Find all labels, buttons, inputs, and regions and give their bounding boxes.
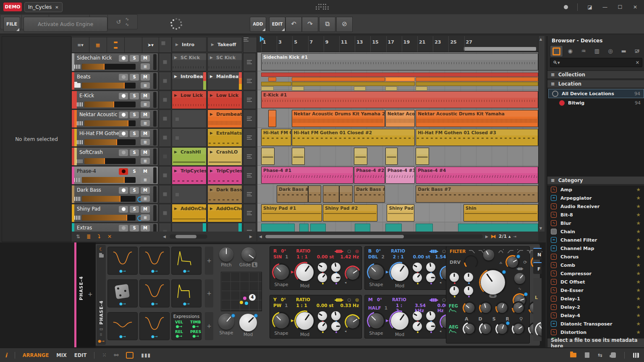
solo-button[interactable]: S <box>130 225 139 232</box>
op-mode-value[interactable]: DBL <box>368 254 378 259</box>
track-menu-button[interactable]: ≡ <box>141 158 150 164</box>
glide-knob[interactable] <box>241 247 256 262</box>
group-lane-segment[interactable] <box>416 86 427 91</box>
track-name[interactable]: E-Kick <box>79 93 94 99</box>
mute-button[interactable]: M <box>141 206 150 213</box>
arranger-clip[interactable]: Hi-Hat FM Gothe <box>261 129 291 146</box>
op-shape-knob[interactable] <box>274 265 289 280</box>
loop-icon[interactable]: ↺ <box>116 18 121 25</box>
arranger-vscrollbar[interactable]: ▲ ▼ <box>538 36 545 232</box>
keytrack-icon[interactable]: ◂▮▮▮▸ <box>429 297 438 302</box>
op-mod-knob[interactable] <box>296 263 314 281</box>
group-lane-segment[interactable] <box>385 224 402 232</box>
op-matrix-knob[interactable] <box>426 322 435 331</box>
filter-cutoff-knob[interactable] <box>481 270 505 294</box>
clip-slot[interactable]: ▶AddOnChord <box>172 204 207 222</box>
op-mode-value[interactable]: SIN <box>273 254 282 259</box>
scroll-down-icon[interactable]: ▼ <box>539 227 542 230</box>
stereo-icon[interactable]: ◎ <box>355 297 359 302</box>
category-item-distortion[interactable]: ∿Distortion★ <box>547 328 644 336</box>
group-lane-segment[interactable] <box>385 77 415 81</box>
automation-follow-icon[interactable]: ∿∿ <box>125 16 129 27</box>
op-ratio-value[interactable]: 1 : 1 <box>297 254 308 259</box>
track-name[interactable]: Phase-4 <box>77 168 96 174</box>
mod-route-dot[interactable] <box>524 292 528 296</box>
op-hz-value[interactable]: 0.33 Hz <box>340 303 359 308</box>
modulator-cell-env-a[interactable]: ●→ <box>171 247 202 275</box>
aeg-knob-1[interactable] <box>481 324 491 334</box>
group-lane-segment[interactable] <box>458 224 538 232</box>
mod-route-dot[interactable] <box>231 314 235 318</box>
scene-options-button[interactable] <box>243 37 257 53</box>
arranger-clip[interactable] <box>385 148 398 165</box>
op-matrix-knob[interactable] <box>318 263 327 272</box>
close-button[interactable]: ✕ <box>632 4 638 10</box>
track-header[interactable]: Nektar Acoustic ...SM≡ <box>71 109 158 128</box>
op-matrix-knob[interactable] <box>426 273 435 282</box>
favorite-star-icon[interactable]: ★ <box>636 245 641 251</box>
track-menu-button[interactable]: ≡ <box>141 82 150 89</box>
solo-button[interactable]: S <box>130 149 139 156</box>
filter-keytrack-knob[interactable] <box>514 273 525 284</box>
scene-header-takeoff[interactable]: ▶ Takeoff <box>207 37 242 52</box>
arranger-clip[interactable]: Phase-4 #3 <box>385 167 415 184</box>
scene-play-icon[interactable]: ▶ <box>175 42 178 47</box>
favorite-star-icon[interactable]: ★ <box>636 229 641 234</box>
filter-env-amount-knob[interactable] <box>507 257 518 268</box>
op-matrix-knob[interactable] <box>318 311 327 320</box>
browser-tab-files[interactable]: 🖳︎ <box>631 45 643 56</box>
filter-matrix-knob[interactable] <box>464 286 473 295</box>
op-num-value[interactable]: 1 <box>285 254 288 259</box>
track-header[interactable]: SoftCrashSM≡ <box>71 147 158 166</box>
arranger-view-button[interactable]: ▬▬ <box>107 37 125 53</box>
op-semitone-value[interactable]: 0.00 st <box>413 254 430 259</box>
group-lane-segment[interactable] <box>261 86 274 91</box>
category-item-delay-2[interactable]: ∿Delay-2★ <box>547 303 644 311</box>
track-header[interactable]: BeatsSM≡ <box>71 72 158 90</box>
op-shape-knob[interactable] <box>274 313 289 328</box>
solo-button[interactable]: S <box>130 130 139 137</box>
mute-button[interactable]: M <box>141 149 150 156</box>
record-arm-button[interactable] <box>119 187 128 194</box>
track-menu-button[interactable]: ≡ <box>141 195 150 202</box>
filter-type-icon-6[interactable] <box>526 249 533 254</box>
project-tab[interactable]: In_Cycles ✕ <box>24 2 63 12</box>
mute-button[interactable]: M <box>141 93 150 99</box>
arranger-clip[interactable]: Phase-4 #4 <box>416 167 538 184</box>
arranger-clip[interactable] <box>261 148 275 165</box>
arranger-clip[interactable]: Dark Bass #1 <box>277 185 308 203</box>
record-arm-button[interactable] <box>119 74 128 81</box>
undo-button[interactable]: ↶ <box>285 17 302 32</box>
track-name[interactable]: Beats <box>77 74 91 80</box>
mono-icon[interactable]: ○ <box>348 249 351 253</box>
favorite-star-icon[interactable]: ★ <box>636 220 641 226</box>
category-item-chain[interactable]: Chain★ <box>547 227 644 236</box>
op-matrix-knob[interactable] <box>413 263 422 272</box>
track-header[interactable]: Phase-4SM≡ <box>71 166 158 185</box>
volume-fader[interactable] <box>82 196 136 202</box>
scene-alt-cell[interactable] <box>243 72 256 90</box>
favorite-star-icon[interactable]: ★ <box>636 271 641 276</box>
mono-icon[interactable]: ○ <box>442 249 446 253</box>
track-menu-button[interactable]: ≡ <box>141 214 150 221</box>
stop-all-clips-button[interactable] <box>159 37 172 53</box>
track-name[interactable]: SoftCrash <box>79 149 103 155</box>
clip-stop-cell[interactable] <box>159 72 171 90</box>
power-moon-icon[interactable]: ☾ <box>99 247 103 252</box>
io-swap-icon[interactable]: ⇆ <box>598 352 602 358</box>
op-level-knob[interactable] <box>346 316 359 328</box>
favorite-star-icon[interactable]: ★ <box>636 254 641 260</box>
track-menu-button[interactable]: ≡ <box>141 120 150 126</box>
keytrack-icon[interactable]: ◂▮▮▮▸ <box>334 249 343 253</box>
scene-alt-cell[interactable] <box>243 53 256 71</box>
category-item-audio-receiver[interactable]: ∿Audio Receiver★ <box>547 202 644 211</box>
arranger-clip[interactable]: Shiny Pad #1 <box>261 204 322 221</box>
browser-tab-music[interactable]: ◎ <box>604 45 616 56</box>
modulator-output-icon[interactable]: ●→ <box>119 302 126 306</box>
category-item-delay-1[interactable]: ∿Delay-1★ <box>547 294 644 303</box>
op-mod-knob[interactable] <box>391 312 408 330</box>
scene-alt-cell[interactable] <box>243 147 256 166</box>
op-ratio-value[interactable]: 2 : 1 <box>393 254 404 259</box>
arranger-clip[interactable]: Sidechain Kick #1 <box>261 53 538 70</box>
solo-button[interactable]: S <box>130 187 139 194</box>
